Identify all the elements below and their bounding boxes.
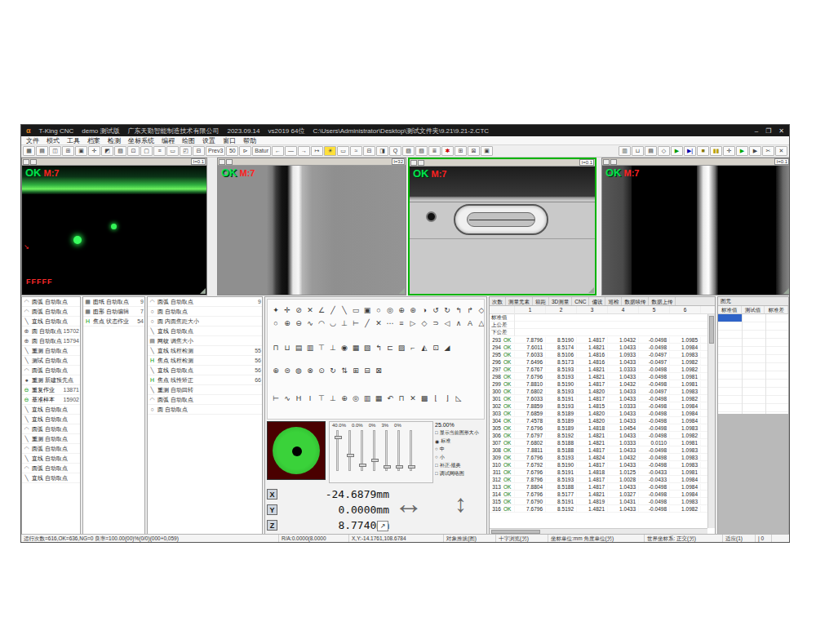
toolbar-button[interactable]: ◩ xyxy=(101,146,113,156)
measure-tool-icon[interactable]: ↱ xyxy=(465,306,475,314)
table-row[interactable]: 311 OK 7.6796 8.5191 1.4818 1.0125 -0.04… xyxy=(490,469,715,476)
measure-tool-icon[interactable]: ⊞ xyxy=(351,366,361,375)
toolbar-button[interactable]: ⊟ xyxy=(363,146,375,156)
measure-tool-icon[interactable]: ∿ xyxy=(305,319,315,327)
camera-tool-icon[interactable] xyxy=(603,159,610,165)
tolerance-row[interactable]: 下公差 xyxy=(490,329,715,336)
table-row[interactable]: 316 OK 7.6796 8.5192 1.4821 1.0433 -0.04… xyxy=(490,505,715,513)
table-row[interactable]: 314 OK 7.6796 8.5177 1.4821 1.0327 -0.04… xyxy=(490,491,715,498)
measure-tool-icon[interactable]: ⊜ xyxy=(282,366,292,375)
list-item[interactable]: ● 重测 新建预先点 xyxy=(22,375,80,385)
table-row[interactable]: 297 OK 7.6767 8.5193 1.4821 1.0333 -0.04… xyxy=(490,366,715,373)
list-item[interactable]: ◠ 圆弧 自动取点 xyxy=(22,464,80,473)
measure-tool-icon[interactable]: ◇ xyxy=(477,306,485,314)
toolbar-button[interactable]: ◰ xyxy=(180,146,192,156)
toolbar-button[interactable]: ▣ xyxy=(75,146,87,156)
measure-tool-icon[interactable]: ⊓ xyxy=(271,344,281,352)
measure-tool-icon[interactable]: ▩ xyxy=(419,394,429,402)
table-row[interactable]: 306 OK 7.6797 8.5192 1.4821 1.0433 -0.04… xyxy=(490,432,715,439)
toolbar-button[interactable]: ▤ xyxy=(36,146,48,156)
menu-item[interactable]: 模式 xyxy=(47,136,60,145)
measure-tool-icon[interactable]: ↶ xyxy=(385,394,395,402)
table-row[interactable]: 313 OK 7.8804 8.5188 1.4817 1.0433 -0.04… xyxy=(490,483,715,491)
measure-tool-icon[interactable]: ⇅ xyxy=(339,366,349,375)
toolbar-button[interactable]: ▤ xyxy=(645,146,657,156)
toolbar-button[interactable]: ◫ xyxy=(49,146,61,156)
table-row[interactable]: 301 OK 7.6033 8.5191 1.4817 1.0433 -0.04… xyxy=(490,395,715,402)
list-item[interactable]: ◠ 圆弧 自动取点 xyxy=(22,444,80,454)
table-row[interactable]: 299 OK 7.8810 8.5190 1.4817 1.0432 -0.04… xyxy=(490,380,715,388)
menu-item[interactable]: 窗口 xyxy=(223,136,236,145)
toolbar-button[interactable]: ≈ xyxy=(350,146,362,156)
measure-tool-icon[interactable]: ⊥ xyxy=(328,394,338,402)
list-item[interactable]: ╲ 直线 自动取点 xyxy=(22,405,80,415)
measure-tool-icon[interactable]: ◺ xyxy=(454,394,463,402)
element-column-header[interactable]: 测试值 xyxy=(742,306,765,313)
toolbar-button[interactable]: ▧ xyxy=(415,146,428,156)
measure-tool-icon[interactable]: ↻ xyxy=(442,306,452,314)
toolbar-button[interactable]: ✛ xyxy=(88,146,100,156)
measure-tool-icon[interactable]: ⊕ xyxy=(282,319,292,327)
measure-tool-icon[interactable]: ◍ xyxy=(294,366,304,375)
light-ring-target[interactable] xyxy=(267,421,326,480)
measure-tool-icon[interactable]: ◭ xyxy=(419,344,429,352)
maximize-button[interactable]: ❐ xyxy=(765,127,771,135)
measure-tool-icon[interactable]: ∿ xyxy=(282,394,292,402)
toolbar-button[interactable]: — xyxy=(285,146,297,156)
menu-item[interactable]: 编程 xyxy=(162,136,175,145)
table-tab[interactable]: 偏设 xyxy=(589,297,605,305)
toolbar-button[interactable]: ⊳ xyxy=(239,146,251,156)
toolbar-button[interactable]: ↦ xyxy=(311,146,323,156)
list-item[interactable]: H 焦点 线性矫正 66 xyxy=(148,375,262,385)
checkbox-icon[interactable]: ◉ xyxy=(435,438,439,444)
table-tab[interactable]: 测量元素 xyxy=(506,297,533,305)
measure-tool-icon[interactable]: △ xyxy=(477,319,485,327)
table-row[interactable]: 302 OK 7.8859 8.5193 1.4815 1.0333 -0.04… xyxy=(490,402,715,410)
toolbar-button[interactable]: ▧ xyxy=(114,146,126,156)
measure-tool-icon[interactable]: ▦ xyxy=(374,394,384,402)
list-item[interactable]: ◠ 圆弧 自动取点 xyxy=(22,307,80,317)
checkbox-icon[interactable]: □ xyxy=(435,471,438,476)
resize-handle-icon[interactable] xyxy=(588,287,594,293)
toolbar-button[interactable]: 50 xyxy=(226,146,238,156)
list-item[interactable]: ○ 圆 自动取点 xyxy=(148,307,262,317)
toolbar-button[interactable]: ≣ xyxy=(428,146,441,156)
measure-tool-icon[interactable]: ◠ xyxy=(317,319,326,327)
measure-tool-icon[interactable]: ⊏ xyxy=(385,344,395,352)
measure-tool-icon[interactable]: ⊥ xyxy=(328,344,338,352)
toolbar-button[interactable]: ▶ xyxy=(736,146,748,156)
measure-tool-icon[interactable]: ⊙ xyxy=(317,366,326,375)
measure-tool-icon[interactable]: ◎ xyxy=(351,394,361,402)
measure-tool-icon[interactable]: ⌊ xyxy=(431,394,441,402)
measure-tool-icon[interactable]: ≡ xyxy=(397,319,406,327)
table-tab[interactable]: 3D测量 xyxy=(549,297,572,305)
list-item[interactable]: ◠ 圆弧 自动取点 xyxy=(22,424,80,434)
list-item[interactable]: ▦ 图纸 自动取点 9 xyxy=(83,297,144,307)
toolbar-button[interactable]: ▥ xyxy=(619,146,631,156)
measure-tool-icon[interactable]: ⊕ xyxy=(271,366,281,375)
jog-vertical-icon[interactable]: ↕ xyxy=(455,490,467,517)
element-panel-grid[interactable] xyxy=(718,314,788,414)
measure-tool-icon[interactable]: ∠ xyxy=(317,306,326,314)
vertical-scrollbar[interactable] xyxy=(707,314,715,528)
measure-tool-icon[interactable]: ✕ xyxy=(374,319,384,327)
list-item[interactable]: ◠ 圆弧 自动取点 xyxy=(22,366,80,375)
camera-view-4[interactable]: I=0.1 OK M:7 xyxy=(601,158,790,295)
checkbox-icon[interactable]: ○ xyxy=(435,455,438,460)
list-item[interactable]: ▤ 网纹 调焦大小 xyxy=(148,336,262,346)
measure-tool-icon[interactable]: ⊥ xyxy=(339,319,349,327)
list-item[interactable]: ╲ 直线 自动取点 xyxy=(22,473,80,483)
menu-item[interactable]: 文件 xyxy=(26,136,39,145)
measure-tool-icon[interactable]: ◉ xyxy=(339,344,349,352)
toolbar-button[interactable]: ⊞ xyxy=(455,146,467,156)
light-slider[interactable] xyxy=(397,430,400,471)
list-item[interactable]: ○ 圆 内圆焦距大小 xyxy=(148,317,262,326)
list-item[interactable]: ◠ 圆弧 自动取点 xyxy=(22,297,80,307)
measure-tool-icon[interactable]: ⊢ xyxy=(271,394,281,402)
measure-tool-icon[interactable]: ▥ xyxy=(362,394,372,402)
measure-tool-icon[interactable]: ▷ xyxy=(408,319,418,327)
jog-horizontal-icon[interactable]: ↔ xyxy=(394,486,424,521)
table-row[interactable]: 308 OK 7.8811 8.5188 1.4817 1.0433 -0.04… xyxy=(490,446,715,454)
table-row[interactable]: 310 OK 7.6792 8.5190 1.4817 1.0433 -0.04… xyxy=(490,461,715,469)
measure-tool-icon[interactable]: ◡ xyxy=(328,319,338,327)
